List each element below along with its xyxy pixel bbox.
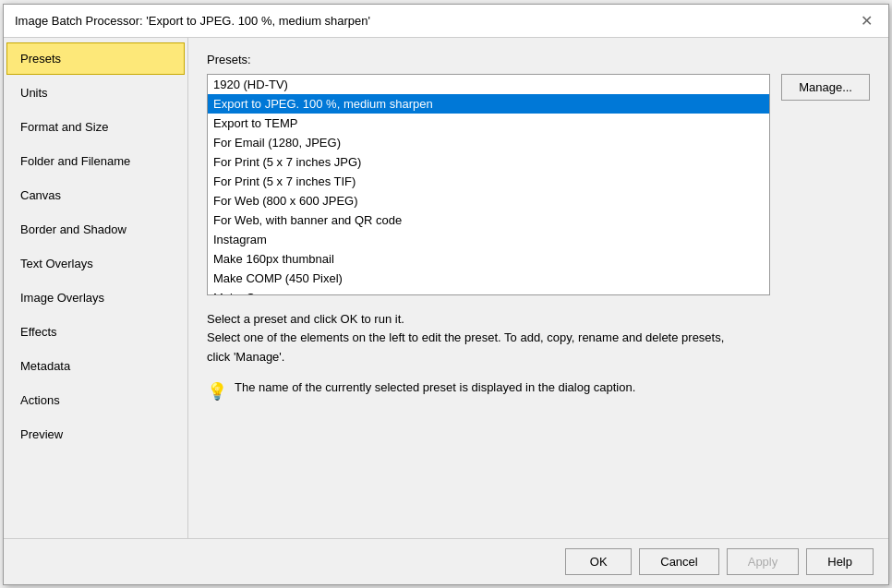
list-item[interactable]: For Email (1280, JPEG) — [208, 133, 769, 152]
sidebar-item-image-overlays[interactable]: Image Overlays — [6, 282, 185, 314]
list-item[interactable]: For Web, with banner and QR code — [208, 210, 769, 230]
help-button[interactable]: Help — [806, 548, 874, 575]
main-dialog: Image Batch Processor: 'Export to JPEG. … — [3, 4, 889, 585]
sidebar-item-metadata[interactable]: Metadata — [6, 350, 185, 382]
ok-button[interactable]: OK — [565, 548, 632, 575]
list-item[interactable]: Export to JPEG. 100 %, medium sharpen — [208, 94, 769, 114]
sidebar-item-preview[interactable]: Preview — [6, 418, 185, 450]
presets-list-container[interactable]: 1920 (HD-TV)Export to JPEG. 100 %, mediu… — [207, 74, 770, 295]
info-text: Select a preset and click OK to run it. … — [207, 310, 870, 367]
list-item[interactable]: Instagram — [208, 230, 769, 249]
sidebar-item-presets[interactable]: Presets — [6, 42, 185, 75]
list-item[interactable]: For Print (5 x 7 inches JPG) — [208, 152, 769, 172]
sidebar: PresetsUnitsFormat and SizeFolder and Fi… — [4, 38, 188, 538]
manage-button[interactable]: Manage... — [781, 74, 870, 101]
close-button[interactable]: ✕ — [855, 9, 877, 31]
info-line1: Select a preset and click OK to run it. — [207, 312, 404, 326]
info-line3: click 'Manage'. — [207, 350, 284, 364]
presets-label: Presets: — [207, 53, 870, 66]
list-item[interactable]: Make COMP (450 Pixel) — [208, 269, 769, 288]
main-area: Presets: 1920 (HD-TV)Export to JPEG. 100… — [188, 38, 888, 538]
dialog-title: Image Batch Processor: 'Export to JPEG. … — [15, 14, 370, 28]
sidebar-item-actions[interactable]: Actions — [6, 384, 185, 416]
sidebar-item-units[interactable]: Units — [6, 77, 185, 109]
sidebar-item-border-and-shadow[interactable]: Border and Shadow — [6, 213, 185, 246]
list-item[interactable]: For Print (5 x 7 inches TIF) — [208, 172, 769, 191]
list-item[interactable]: Export to TEMP — [208, 114, 769, 133]
list-item[interactable]: Make 160px thumbnail — [208, 249, 769, 269]
bulb-icon: 💡 — [207, 381, 227, 402]
list-item[interactable]: Make Copy — [208, 288, 769, 295]
list-item[interactable]: 1920 (HD-TV) — [208, 75, 769, 94]
presets-area: 1920 (HD-TV)Export to JPEG. 100 %, mediu… — [207, 74, 870, 295]
hint-row: 💡 The name of the currently selected pre… — [207, 380, 870, 402]
cancel-button[interactable]: Cancel — [639, 548, 718, 575]
presets-list: 1920 (HD-TV)Export to JPEG. 100 %, mediu… — [208, 75, 769, 295]
footer: OK Cancel Apply Help — [4, 538, 888, 584]
dialog-content: PresetsUnitsFormat and SizeFolder and Fi… — [4, 38, 888, 538]
sidebar-item-format-and-size[interactable]: Format and Size — [6, 111, 185, 143]
hint-text: The name of the currently selected prese… — [235, 380, 635, 394]
list-item[interactable]: For Web (800 x 600 JPEG) — [208, 191, 769, 210]
sidebar-item-canvas[interactable]: Canvas — [6, 179, 185, 211]
title-bar: Image Batch Processor: 'Export to JPEG. … — [4, 5, 888, 38]
info-line2: Select one of the elements on the left t… — [207, 330, 724, 344]
apply-button[interactable]: Apply — [727, 548, 800, 575]
sidebar-item-text-overlays[interactable]: Text Overlays — [6, 247, 185, 280]
sidebar-item-effects[interactable]: Effects — [6, 316, 185, 348]
sidebar-item-folder-and-filename[interactable]: Folder and Filename — [6, 145, 185, 177]
info-section: Select a preset and click OK to run it. … — [207, 310, 870, 523]
